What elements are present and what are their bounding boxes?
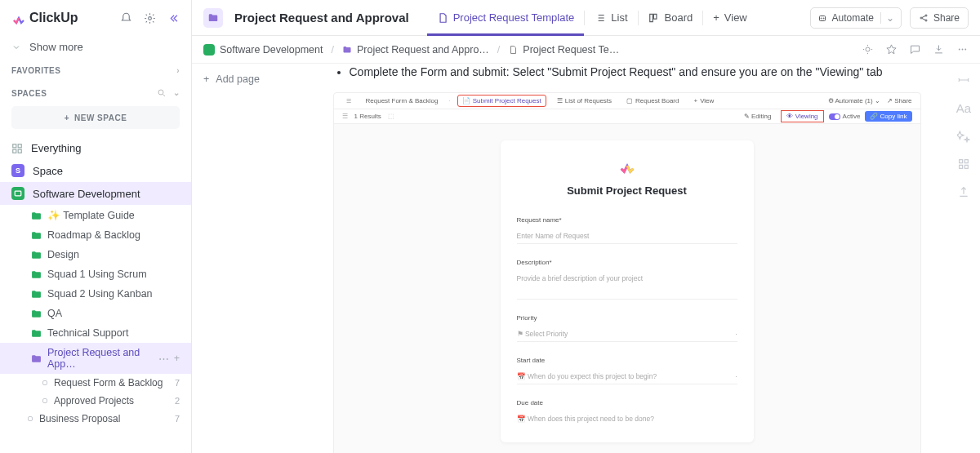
blocks-icon[interactable] [957,158,970,171]
ss-editing-tab: ✎ Editing [739,111,777,122]
chevron-right-icon: › [176,66,180,75]
favorites-header[interactable]: FAVORITES › [0,58,191,80]
breadcrumb[interactable]: Project Request Te… [508,44,619,56]
folder-badge[interactable] [203,8,223,28]
folder-label: Roadmap & Backlog [47,229,140,241]
svg-rect-19 [960,160,963,163]
spaces-header[interactable]: SPACES ⌄ [0,80,191,103]
folder-item[interactable]: ✨ Template Guide [0,205,191,225]
settings-icon[interactable] [144,12,156,24]
svg-point-12 [920,17,922,19]
due-date-input: 📅 When does this project need to be done… [517,411,737,426]
field-label: Due date [517,399,737,406]
add-page-button[interactable]: + Add page [203,73,319,85]
folder-icon [31,211,41,220]
folder-item[interactable]: Squad 2 Using Kanban [0,284,191,304]
ss-tab: ☰ List of Requests [553,95,616,106]
ss-share: ↗ Share [887,97,912,104]
space-avatar: S [11,164,24,177]
folder-item[interactable]: Project Request and App…⋯+ [0,343,191,374]
svg-point-13 [925,15,927,16]
ss-tab-highlighted: 📄 Submit Project Request [457,95,546,107]
svg-rect-8 [653,14,657,19]
ss-copy-link: 🔗 Copy link [865,111,911,122]
comment-icon[interactable] [909,43,921,56]
folder-label: Technical Support [47,327,128,339]
everything-item[interactable]: Everything [0,137,191,159]
folder-item[interactable]: Design [0,245,191,264]
ss-tabs: ☰ Request Form & Backlog · 📄 Submit Proj… [334,93,920,109]
more-icon[interactable]: ⋯ [158,353,169,365]
business-proposal-item[interactable]: Business Proposal 7 [0,410,191,428]
space-item[interactable]: S Space [0,159,191,182]
add-view[interactable]: + View [703,0,757,36]
breadcrumb[interactable]: Software Development [203,44,323,56]
doc-rail: Aa [947,64,980,453]
folder-icon [31,290,41,298]
tab-board[interactable]: Board [639,0,703,36]
collapse-sidebar-icon[interactable] [167,12,180,24]
folder-item[interactable]: Squad 1 Using Scrum [0,264,191,284]
software-dev-space[interactable]: Software Development [0,182,191,205]
folder-item[interactable]: Technical Support [0,323,191,343]
svg-rect-3 [18,144,21,147]
chevron-down-icon[interactable]: ⌄ [880,12,894,24]
folder-label: Squad 2 Using Kanban [47,288,153,300]
notifications-icon[interactable] [120,12,132,24]
font-icon[interactable]: Aa [956,101,971,115]
folder-icon [342,45,352,55]
field-label: Priority [517,314,737,322]
field-label: Description* [517,259,737,266]
list-icon [595,12,606,24]
breadcrumb[interactable]: Project Request and Appro… [342,44,489,56]
list-item[interactable]: Approved Projects 2 [0,392,191,410]
folder-label: QA [47,308,62,319]
svg-point-17 [962,49,964,51]
instruction-text: Complete the Form and submit: Select "Su… [350,64,921,81]
svg-rect-5 [18,149,21,153]
ai-icon[interactable] [957,130,970,143]
ss-tab: ▢ Request Board [622,95,683,106]
star-icon[interactable] [885,43,898,56]
show-more[interactable]: Show more [0,36,191,58]
sun-icon[interactable] [862,43,874,56]
list-icon [42,380,47,385]
svg-point-11 [823,18,824,19]
svg-point-10 [821,18,822,19]
expand-icon[interactable] [957,73,970,87]
svg-rect-21 [960,165,963,168]
share-button[interactable]: Share [910,7,969,29]
ss-automate: ⚙ Automate (1) ⌄ [828,97,880,104]
embedded-screenshot: ☰ Request Form & Backlog · 📄 Submit Proj… [333,92,921,453]
export-icon[interactable] [957,185,970,198]
topbar: Project Request and Approval Project Req… [192,0,980,36]
svg-rect-4 [13,149,16,153]
more-icon[interactable] [956,43,969,56]
tab-list[interactable]: List [585,0,637,36]
plus-icon[interactable]: + [174,353,180,365]
request-name-input: Enter Name of Request [517,229,737,244]
folder-item[interactable]: QA [0,304,191,323]
clickup-icon [11,11,26,25]
svg-rect-7 [649,14,653,21]
board-icon [648,12,660,24]
svg-rect-20 [964,160,968,163]
tab-template[interactable]: Project Request Template [427,0,585,36]
folder-icon [31,270,41,278]
clickup-icon [501,157,754,175]
clickup-logo[interactable]: ClickUp [11,11,78,25]
folder-label: Squad 1 Using Scrum [47,269,147,280]
new-space-button[interactable]: + NEW SPACE [11,106,180,129]
download-icon[interactable] [933,43,945,56]
svg-point-18 [964,49,966,51]
description-input: Provide a brief description of your proj… [517,271,737,300]
svg-point-15 [866,47,870,51]
folder-icon [31,251,41,259]
folder-item[interactable]: Roadmap & Backlog [0,225,191,245]
chevron-down-icon[interactable]: ⌄ [173,88,180,98]
list-item[interactable]: Request Form & Backlog 7 [0,374,191,392]
folder-label: ✨ Template Guide [47,209,135,221]
start-date-input: 📅 When do you expect this project to beg… [517,369,737,384]
automate-button[interactable]: Automate ⌄ [810,7,902,29]
search-icon[interactable] [157,88,167,98]
